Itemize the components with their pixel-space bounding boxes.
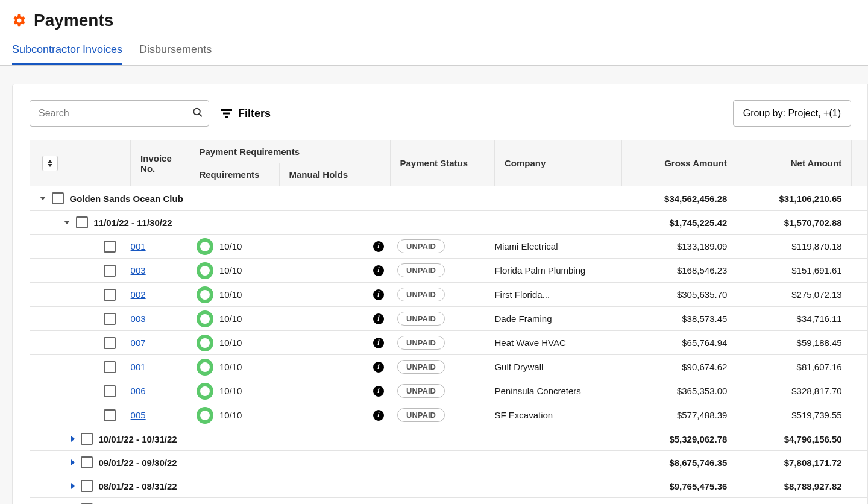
info-icon[interactable]: i (373, 338, 384, 348)
requirements-ratio: 10/10 (219, 410, 242, 420)
col-requirements[interactable]: Requirements (189, 163, 279, 186)
invoice-link[interactable]: 001 (131, 241, 146, 251)
period-net: $7,808,171.72 (737, 451, 851, 474)
net-amount: $81,607.16 (737, 355, 851, 379)
period-row-open: 11/01/22 - 11/30/22 $1,745,225.42 $1,570… (30, 211, 868, 235)
svg-rect-4 (225, 116, 228, 118)
checkbox-row[interactable] (104, 361, 116, 373)
group-by-button[interactable]: Group by: Project, +(1) (733, 100, 851, 127)
period-gross: $5,329,062.78 (622, 427, 737, 451)
period-paid (852, 211, 867, 235)
table-row: 003 10/10 i UNPAID Florida Palm Plumbing… (30, 259, 868, 283)
company-name: Florida Palm Plumbing (494, 259, 622, 283)
checkbox-row[interactable] (104, 337, 116, 349)
col-company[interactable]: Company (494, 140, 622, 186)
net-amount: $151,691.61 (737, 259, 851, 283)
invoice-link[interactable]: 005 (131, 410, 146, 420)
svg-line-1 (199, 114, 202, 117)
paid-amount (852, 259, 867, 283)
status-badge: UNPAID (397, 263, 445, 277)
svg-point-0 (193, 109, 200, 115)
filters-button[interactable]: Filters (221, 107, 271, 120)
col-payment-status[interactable]: Payment Status (390, 140, 494, 186)
status-badge: UNPAID (397, 288, 445, 301)
net-amount: $328,817.70 (737, 379, 851, 403)
col-manual-holds[interactable]: Manual Holds (279, 163, 371, 186)
requirements-ratio: 10/10 (219, 313, 242, 324)
table-row: 005 10/10 i UNPAID SF Excavation $577,48… (30, 403, 868, 427)
period-gross: $1,745,225.42 (622, 211, 737, 235)
net-amount: $59,188.45 (737, 331, 851, 355)
net-amount: $34,716.11 (737, 307, 851, 331)
checkbox-row[interactable] (104, 289, 116, 301)
period-gross: $9,765,475.36 (622, 474, 737, 498)
gross-amount: $133,189.09 (622, 235, 737, 259)
requirements-status-icon (197, 310, 213, 327)
company-name: Miami Electrical (494, 235, 622, 259)
col-gross-amount[interactable]: Gross Amount (622, 140, 737, 186)
project-net: $31,106,210.65 (737, 186, 851, 211)
invoice-link[interactable]: 006 (131, 386, 146, 396)
requirements-status-icon (197, 359, 213, 376)
tab-subcontractor-invoices[interactable]: Subcontractor Invoices (12, 43, 122, 65)
info-icon[interactable]: i (373, 362, 384, 373)
content-area: Filters Group by: Project, +(1) Invoice … (0, 66, 868, 504)
chevron-right-icon[interactable] (71, 436, 75, 442)
checkbox-period[interactable] (76, 216, 88, 228)
period-paid: $7,02 (852, 451, 867, 474)
checkbox-period[interactable] (81, 456, 93, 468)
paid-amount (852, 235, 867, 259)
checkbox-period[interactable] (81, 433, 93, 445)
chevron-right-icon[interactable] (71, 459, 75, 465)
checkbox-row[interactable] (104, 265, 116, 277)
search-input[interactable] (30, 100, 209, 127)
period-net: $1,083,091.82 (737, 498, 851, 505)
invoice-link[interactable]: 007 (131, 338, 146, 348)
period-paid: $7,04 (852, 474, 867, 498)
info-icon[interactable]: i (373, 241, 384, 252)
invoice-link[interactable]: 003 (131, 313, 146, 324)
checkbox-period[interactable] (81, 480, 93, 492)
checkbox-project[interactable] (52, 192, 64, 204)
group-row-project: Golden Sands Ocean Club $34,562,456.28 $… (30, 186, 868, 211)
requirements-ratio: 10/10 (219, 338, 242, 348)
period-net: $8,788,927.82 (737, 474, 851, 498)
info-icon[interactable]: i (373, 410, 384, 421)
checkbox-row[interactable] (104, 409, 116, 421)
chevron-right-icon[interactable] (71, 483, 75, 489)
requirements-ratio: 10/10 (219, 289, 242, 300)
info-icon[interactable]: i (373, 386, 384, 397)
info-icon[interactable]: i (373, 313, 384, 324)
checkbox-row[interactable] (104, 313, 116, 325)
info-icon[interactable]: i (373, 289, 384, 300)
paid-amount (852, 355, 867, 379)
invoices-panel: Filters Group by: Project, +(1) Invoice … (12, 84, 868, 504)
chevron-down-icon[interactable] (64, 221, 70, 224)
invoice-link[interactable]: 002 (131, 289, 146, 300)
company-name: SF Excavation (494, 403, 622, 427)
col-paid[interactable]: Paid (852, 140, 867, 186)
checkbox-row[interactable] (104, 241, 116, 253)
col-net-amount[interactable]: Net Amount (737, 140, 851, 186)
gross-amount: $90,674.62 (622, 355, 737, 379)
chevron-down-icon[interactable] (40, 197, 46, 200)
search-icon[interactable] (192, 107, 203, 120)
table-row: 001 10/10 i UNPAID Gulf Drywall $90,674.… (30, 355, 868, 379)
invoice-link[interactable]: 003 (131, 265, 146, 276)
invoices-table: Invoice No. Payment Requirements Payment… (30, 140, 867, 504)
filters-label: Filters (238, 107, 271, 120)
invoice-link[interactable]: 001 (131, 362, 146, 372)
checkbox-row[interactable] (104, 385, 116, 397)
filter-icon (221, 109, 232, 118)
paid-amount (852, 307, 867, 331)
sort-button[interactable] (42, 156, 58, 171)
tab-disbursements[interactable]: Disbursements (139, 43, 212, 65)
col-invoice-no[interactable]: Invoice No. (131, 140, 189, 186)
paid-amount (852, 379, 867, 403)
project-paid: $22,21 (852, 186, 867, 211)
requirements-ratio: 10/10 (219, 265, 242, 276)
period-paid (852, 427, 867, 451)
period-net: $4,796,156.50 (737, 427, 851, 451)
info-icon[interactable]: i (373, 265, 384, 276)
period-label: 09/01/22 - 09/30/22 (99, 458, 177, 468)
